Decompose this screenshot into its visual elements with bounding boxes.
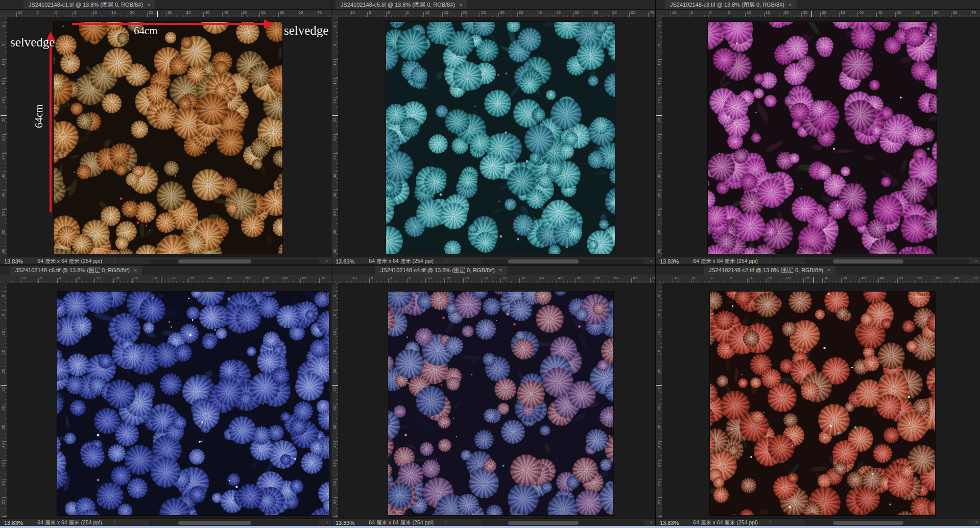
scroll-right-icon[interactable]: › bbox=[651, 258, 652, 263]
ruler-label: 60 bbox=[612, 10, 617, 15]
flower-bloom bbox=[595, 332, 613, 369]
status-menu-chevron[interactable]: 〉 bbox=[445, 519, 450, 526]
zoom-level-field[interactable]: 13.83% bbox=[4, 520, 23, 526]
accent-speck bbox=[847, 313, 851, 317]
flower-petals bbox=[517, 380, 545, 408]
canvas-area[interactable]: 05101520253035404550556064cm64cmselvedge… bbox=[0, 17, 331, 257]
ruler-label: 50 bbox=[1, 479, 6, 487]
horizontal-ruler[interactable]: 105051015202530354045505560657075 bbox=[0, 10, 331, 17]
accent-speck bbox=[467, 504, 469, 506]
status-menu-chevron[interactable]: 〉 bbox=[113, 258, 118, 265]
canvas-area[interactable]: 051015202530354045505560 bbox=[656, 17, 980, 257]
scroll-right-icon[interactable]: › bbox=[651, 519, 652, 525]
accent-speck bbox=[549, 186, 551, 188]
artwork-c1[interactable] bbox=[54, 22, 282, 254]
horizontal-ruler[interactable]: 105051015202530354045505560657075 bbox=[656, 275, 980, 283]
scrollbar-thumb[interactable] bbox=[508, 259, 579, 263]
artwork-c4[interactable] bbox=[388, 292, 613, 515]
ruler-tick bbox=[132, 278, 133, 283]
scroll-right-icon[interactable]: › bbox=[975, 519, 977, 525]
accent-speck bbox=[471, 374, 472, 375]
status-menu-chevron[interactable]: 〉 bbox=[769, 258, 774, 265]
tab-bar: JS24102148-c2.tif @ 13.8% (图层 0, RGB/8#)… bbox=[656, 266, 980, 275]
vertical-ruler[interactable]: 051015202530354045505560 bbox=[0, 17, 7, 257]
document-tab-c2[interactable]: JS24102148-c2.tif @ 13.8% (图层 0, RGB/8#)… bbox=[704, 266, 835, 275]
scroll-right-icon[interactable]: › bbox=[326, 519, 328, 525]
ruler-tick bbox=[405, 12, 405, 17]
scrollbar-thumb[interactable] bbox=[178, 521, 252, 525]
document-tab-c4[interactable]: JS24102148-c4.tif @ 13.8% (图层 0, RGB/8#)… bbox=[375, 266, 507, 275]
zoom-level-field[interactable]: 13.83% bbox=[336, 520, 354, 526]
vertical-ruler[interactable]: 051015202530354045505560 bbox=[331, 283, 339, 518]
horizontal-ruler[interactable]: 105051015202530354045505560657075 bbox=[331, 275, 655, 283]
flower-bloom bbox=[780, 59, 811, 90]
canvas-area[interactable]: 051015202530354045505560 bbox=[0, 283, 331, 518]
horizontal-scrollbar[interactable] bbox=[481, 520, 644, 525]
horizontal-ruler[interactable]: 105051015202530354045505560657075 bbox=[331, 10, 655, 17]
zoom-level-field[interactable]: 13.83% bbox=[4, 258, 23, 265]
accent-speck bbox=[232, 427, 234, 429]
horizontal-scrollbar[interactable] bbox=[149, 520, 320, 525]
ruler-tick bbox=[38, 278, 39, 283]
status-menu-chevron[interactable]: 〉 bbox=[113, 519, 118, 526]
vertical-ruler[interactable]: 051015202530354045505560 bbox=[0, 283, 7, 518]
flower-bloom bbox=[186, 163, 230, 207]
scrollbar-thumb[interactable] bbox=[833, 521, 903, 525]
tab-close-icon[interactable]: × bbox=[459, 2, 462, 8]
tab-close-icon[interactable]: × bbox=[134, 267, 137, 273]
status-menu-chevron[interactable]: 〉 bbox=[769, 519, 774, 526]
accent-speck bbox=[730, 428, 732, 430]
scroll-right-icon[interactable]: › bbox=[975, 258, 977, 263]
flower-petals bbox=[239, 392, 253, 406]
status-menu-chevron[interactable]: 〉 bbox=[445, 258, 450, 265]
accent-speck bbox=[235, 485, 238, 489]
horizontal-scrollbar[interactable] bbox=[805, 259, 969, 264]
ruler-label: 15 bbox=[115, 276, 119, 280]
vertical-ruler[interactable]: 051015202530354045505560 bbox=[656, 17, 663, 257]
horizontal-ruler[interactable]: 105051015202530354045505560657075 bbox=[0, 275, 331, 283]
flower-petals bbox=[609, 197, 615, 208]
tab-close-icon[interactable]: × bbox=[827, 267, 830, 273]
accent-speck bbox=[829, 424, 833, 428]
scrollbar-thumb[interactable] bbox=[833, 259, 903, 263]
ruler-tick bbox=[333, 228, 338, 228]
document-tab-c5[interactable]: JS24102148-c5.tif @ 13.8% (图层 0, RGB/8#)… bbox=[336, 0, 467, 9]
artwork-c5[interactable] bbox=[386, 22, 615, 254]
flower-bloom bbox=[890, 507, 921, 515]
scrollbar-thumb[interactable] bbox=[178, 259, 252, 263]
width-arrow-head bbox=[264, 19, 273, 29]
tab-close-icon[interactable]: × bbox=[499, 267, 502, 273]
accent-speck bbox=[73, 171, 76, 174]
canvas-area[interactable]: 051015202530354045505560 bbox=[656, 283, 980, 518]
artwork-c2[interactable] bbox=[710, 292, 935, 515]
horizontal-scrollbar[interactable] bbox=[149, 259, 320, 264]
zoom-level-field[interactable]: 13.83% bbox=[660, 520, 679, 526]
accent-speck bbox=[608, 435, 611, 438]
ruler-label: 20 bbox=[463, 10, 467, 15]
ruler-label: 20 bbox=[1, 367, 6, 374]
zoom-level-field[interactable]: 13.83% bbox=[660, 258, 679, 265]
horizontal-ruler[interactable]: 105051015202530354045505560657075 bbox=[656, 10, 980, 17]
ruler-label: 60 bbox=[332, 247, 337, 254]
canvas-area[interactable]: 051015202530354045505560 bbox=[331, 17, 655, 257]
flower-bloom bbox=[711, 474, 727, 490]
horizontal-scrollbar[interactable] bbox=[805, 520, 969, 525]
vertical-ruler[interactable]: 051015202530354045505560 bbox=[656, 283, 663, 518]
accent-speck bbox=[926, 147, 930, 151]
flower-petals bbox=[884, 118, 910, 143]
artwork-c6[interactable] bbox=[57, 292, 329, 515]
tab-close-icon[interactable]: × bbox=[788, 2, 792, 8]
canvas-area[interactable]: 051015202530354045505560 bbox=[331, 283, 655, 518]
flower-petals bbox=[883, 427, 900, 444]
scrollbar-thumb[interactable] bbox=[508, 521, 579, 525]
document-tab-c6[interactable]: JS24102148-c6.tif @ 13.8% (图层 0, RGB/8#)… bbox=[10, 266, 142, 275]
vertical-ruler[interactable]: 051015202530354045505560 bbox=[331, 17, 339, 257]
artwork-c3[interactable] bbox=[708, 22, 937, 254]
zoom-level-field[interactable]: 13.83% bbox=[336, 258, 354, 265]
document-tab-c3[interactable]: JS24102148-c3.tif @ 13.8% (图层 0, RGB/8#)… bbox=[665, 0, 797, 9]
scroll-right-icon[interactable]: › bbox=[326, 258, 328, 263]
ruler-label: 55 bbox=[332, 229, 337, 236]
horizontal-scrollbar[interactable] bbox=[481, 259, 644, 264]
document-tab-c1[interactable]: JS24102148-c1.tif @ 13.8% (图层 0, RGB/8#)… bbox=[23, 0, 155, 9]
tab-close-icon[interactable]: × bbox=[147, 2, 150, 8]
